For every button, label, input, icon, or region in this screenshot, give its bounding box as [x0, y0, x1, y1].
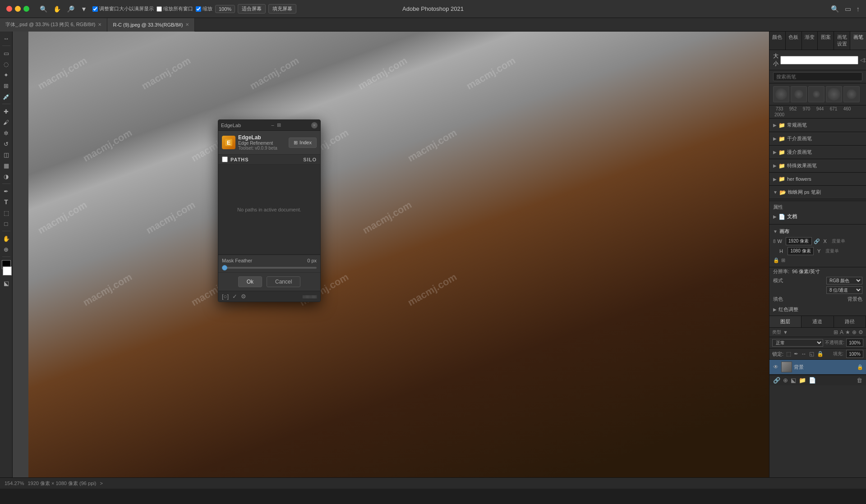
spot-heal-tool[interactable]: ✚: [1, 106, 11, 116]
move-tool[interactable]: ↔: [1, 33, 11, 43]
canvas-area[interactable]: macmj.com macmj.com macmj.com macmj.com …: [13, 32, 769, 477]
dialog-minimize-icon[interactable]: –: [271, 122, 274, 128]
index-button[interactable]: ⊞ Index: [289, 137, 317, 148]
paths-checkbox[interactable]: [222, 156, 228, 162]
doc-section[interactable]: ▶ 📄 文档: [773, 212, 862, 221]
quick-mask-mode[interactable]: ⬕: [1, 278, 11, 288]
filter-icon-3[interactable]: ★: [845, 329, 850, 335]
feather-slider-container[interactable]: [218, 266, 320, 272]
brush-thumb-5[interactable]: [843, 86, 860, 102]
brush-tool[interactable]: 🖌: [1, 117, 11, 127]
channels-tab[interactable]: 通道: [802, 316, 834, 327]
link-layers-icon[interactable]: 🔗: [773, 377, 780, 384]
stamp-tool[interactable]: ✲: [1, 128, 11, 138]
canvas-w-input[interactable]: [786, 237, 812, 245]
share-icon[interactable]: ↑: [857, 5, 860, 13]
background-color[interactable]: [3, 266, 12, 275]
filter-icon-4[interactable]: ⊕: [852, 329, 857, 335]
tab-brush-settings[interactable]: 画笔设置: [834, 32, 850, 50]
text-tool[interactable]: T: [1, 197, 11, 207]
close-button[interactable]: [6, 6, 12, 12]
tab-2-close[interactable]: ✕: [185, 22, 189, 27]
cancel-button[interactable]: Cancel: [267, 276, 300, 287]
lock-move-icon[interactable]: ↔: [801, 351, 806, 357]
add-mask-icon[interactable]: ⬕: [791, 377, 796, 384]
brush-size-input[interactable]: [780, 56, 858, 64]
status-arrow[interactable]: >: [100, 481, 102, 486]
layers-tab[interactable]: 图层: [769, 316, 802, 327]
tab-color[interactable]: 颜色: [769, 32, 786, 50]
dialog-expand-icon[interactable]: ⊞: [277, 122, 281, 128]
fit-window-checkbox[interactable]: [92, 6, 98, 12]
brush-thumb-2[interactable]: [791, 86, 807, 102]
mode-select[interactable]: RGB 颜色: [826, 277, 862, 284]
checkmark-icon[interactable]: ✓: [232, 293, 237, 300]
minimize-button[interactable]: [15, 6, 21, 12]
tab-swatches[interactable]: 色板: [786, 32, 802, 50]
crop-tool[interactable]: ⊞: [1, 81, 11, 91]
zoom-dropdown[interactable]: ▼: [79, 4, 89, 14]
fit-screen-button[interactable]: 适合屏幕: [238, 4, 266, 14]
tab-pattern[interactable]: 图案: [818, 32, 834, 50]
blend-mode-select[interactable]: 正常: [772, 339, 823, 347]
maximize-button[interactable]: [23, 6, 29, 12]
path-select-tool[interactable]: ⬚: [1, 208, 11, 218]
feather-slider[interactable]: [222, 267, 317, 269]
hand-icon[interactable]: ✋: [52, 4, 62, 14]
brush-thumb-4[interactable]: [826, 86, 842, 102]
canvas-h-input[interactable]: [788, 247, 814, 255]
brush-group-wet-header[interactable]: ▶ 📁 漫介质画笔: [773, 147, 862, 157]
zoom-icon[interactable]: 🔎: [65, 4, 75, 14]
search-icon[interactable]: 🔍: [38, 4, 48, 14]
new-layer-icon[interactable]: 📄: [809, 377, 816, 384]
lock-all-icon[interactable]: 🔒: [817, 351, 824, 357]
brush-group-her-flowers-header[interactable]: ▶ 📁 her flowers: [773, 174, 862, 183]
brush-group-spider-header[interactable]: ▼ 📂 蜘蛛网 ps 笔刷: [773, 188, 862, 197]
dodge-tool[interactable]: ◑: [1, 171, 11, 181]
search-brushes-input[interactable]: [773, 72, 862, 81]
shape-tool[interactable]: □: [1, 219, 11, 229]
brush-size-slider-icon[interactable]: ◁▷: [860, 57, 866, 63]
zoom-all-checkbox[interactable]: [157, 6, 162, 12]
add-style-icon[interactable]: ⊕: [783, 377, 788, 384]
history-brush-tool[interactable]: ↺: [1, 139, 11, 149]
canvas-header[interactable]: ▼ 画布: [773, 227, 862, 236]
zoom-level[interactable]: 100%: [215, 5, 235, 13]
tab-gradient[interactable]: 渐变: [802, 32, 818, 50]
brush-thumb-3[interactable]: [808, 86, 825, 102]
brush-group-regular-header[interactable]: ▶ 📁 常规画笔: [773, 120, 862, 130]
camera-icon[interactable]: [○]: [222, 293, 229, 300]
depth-select[interactable]: 8 位/通道: [826, 286, 862, 294]
delete-layer-icon[interactable]: 🗑: [857, 377, 862, 384]
search-right-icon[interactable]: 🔍: [831, 5, 839, 13]
new-group-icon[interactable]: 📁: [799, 377, 806, 384]
lock-icon-1[interactable]: 🔒: [773, 257, 779, 263]
brush-group-special-header[interactable]: ▶ 📁 特殊效果画笔: [773, 161, 862, 170]
opacity-input[interactable]: [846, 339, 863, 347]
filter-icon-1[interactable]: ⊞: [834, 329, 838, 335]
hand-tool[interactable]: ✋: [1, 234, 11, 243]
brush-thumb-1[interactable]: [773, 86, 789, 102]
fill-screen-button[interactable]: 填充屏幕: [268, 4, 296, 14]
tab-1-close[interactable]: ✕: [98, 22, 101, 27]
eraser-tool[interactable]: ◫: [1, 150, 11, 160]
lock-icon-2[interactable]: ⊞: [781, 257, 785, 263]
filter-icon-2[interactable]: A: [840, 329, 843, 335]
brush-group-dry-header[interactable]: ▶ 📁 干介质画笔: [773, 134, 862, 143]
layer-item-background[interactable]: 👁 背景 🔒: [769, 360, 866, 375]
layers-filter-icon[interactable]: ▼: [783, 330, 788, 335]
ok-button[interactable]: Ok: [238, 276, 262, 287]
zoom-checkbox[interactable]: [196, 6, 201, 12]
eyedropper-tool[interactable]: 💉: [1, 92, 11, 101]
layer-visibility-icon[interactable]: 👁: [772, 364, 779, 370]
fill-input[interactable]: [846, 350, 863, 358]
tab-1[interactable]: 字体_.psd @ 33.3% (13 拷贝 6, RGB/8#) ✕: [0, 18, 107, 32]
zoom-tool[interactable]: ⊕: [1, 244, 11, 254]
panel-icon[interactable]: ▭: [845, 5, 851, 13]
pen-tool[interactable]: ✒: [1, 186, 11, 196]
collapse-header-1[interactable]: ▶ 红色调整: [773, 305, 862, 314]
lock-artboard-icon[interactable]: ◱: [809, 351, 814, 357]
feather-slider-thumb[interactable]: [222, 265, 227, 270]
filter-icon-5[interactable]: ⚙: [858, 329, 863, 335]
gradient-tool[interactable]: ▦: [1, 160, 11, 170]
